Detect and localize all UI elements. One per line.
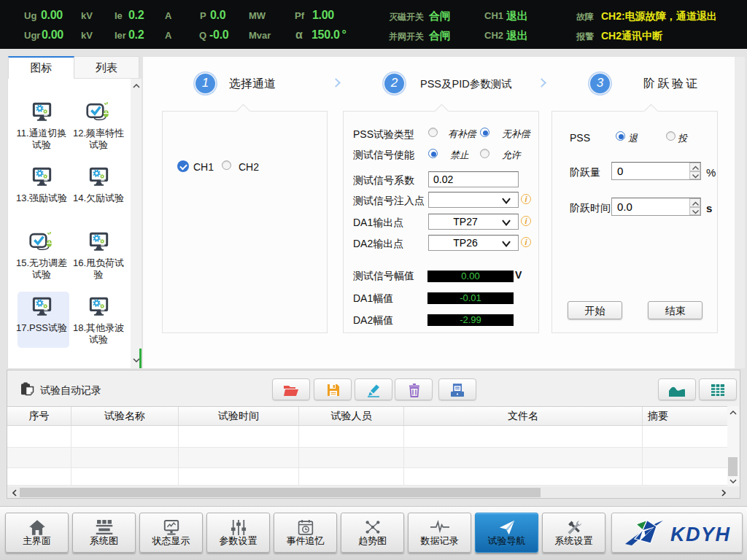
svg-text:KDYH: KDYH [670,524,731,545]
